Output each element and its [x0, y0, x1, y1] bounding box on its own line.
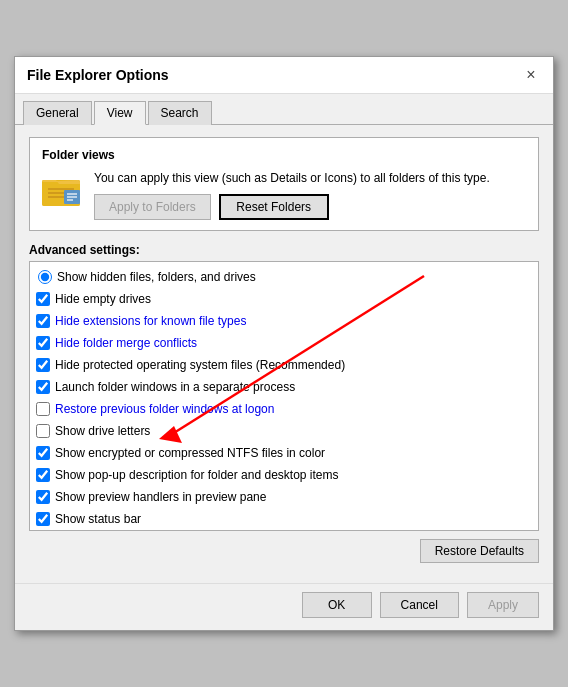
list-item-label: Show encrypted or compressed NTFS files …	[55, 444, 325, 462]
list-item: Hide protected operating system files (R…	[30, 354, 538, 376]
list-item-label: Hide folder merge conflicts	[55, 334, 197, 352]
list-item-label: Hide protected operating system files (R…	[55, 356, 345, 374]
list-item: Hide extensions for known file types	[30, 310, 538, 332]
list-item: Show drive letters	[30, 420, 538, 442]
tab-general[interactable]: General	[23, 101, 92, 125]
tabs-bar: General View Search	[15, 94, 553, 125]
apply-to-folders-button[interactable]: Apply to Folders	[94, 194, 211, 220]
checkbox-input[interactable]	[36, 314, 50, 328]
folder-desc-area: You can apply this view (such as Details…	[94, 170, 526, 221]
checkbox-input[interactable]	[36, 402, 50, 416]
checkbox-input[interactable]	[36, 380, 50, 394]
list-item-label: Show pop-up description for folder and d…	[55, 466, 339, 484]
list-item-label: Show preview handlers in preview pane	[55, 488, 266, 506]
checkbox-input[interactable]	[36, 424, 50, 438]
ok-button[interactable]: OK	[302, 592, 372, 618]
dialog-title: File Explorer Options	[27, 67, 169, 83]
radio-input[interactable]	[38, 270, 52, 284]
list-item: Show status bar	[30, 508, 538, 530]
list-item-label: Show drive letters	[55, 422, 150, 440]
close-button[interactable]: ×	[521, 65, 541, 85]
cancel-button[interactable]: Cancel	[380, 592, 459, 618]
reset-folders-button[interactable]: Reset Folders	[219, 194, 329, 220]
restore-defaults-button[interactable]: Restore Defaults	[420, 539, 539, 563]
folder-icon	[42, 172, 82, 208]
checkbox-input[interactable]	[36, 336, 50, 350]
folder-description: You can apply this view (such as Details…	[94, 170, 526, 187]
arrow-overlay: Show hidden files, folders, and drivesHi…	[29, 261, 539, 531]
title-bar: File Explorer Options ×	[15, 57, 553, 94]
folder-views-inner: You can apply this view (such as Details…	[42, 170, 526, 221]
list-item: Restore previous folder windows at logon	[30, 398, 538, 420]
folder-views-title: Folder views	[42, 148, 526, 162]
checkbox-input[interactable]	[36, 490, 50, 504]
checkbox-input[interactable]	[36, 358, 50, 372]
apply-button[interactable]: Apply	[467, 592, 539, 618]
restore-defaults-row: Restore Defaults	[29, 539, 539, 563]
advanced-settings-label: Advanced settings:	[29, 243, 539, 257]
bottom-buttons: OK Cancel Apply	[15, 583, 553, 630]
list-item: Show preview handlers in preview pane	[30, 486, 538, 508]
list-item-label: Restore previous folder windows at logon	[55, 400, 274, 418]
list-item-label: Launch folder windows in a separate proc…	[55, 378, 295, 396]
checkbox-input[interactable]	[36, 446, 50, 460]
tab-view[interactable]: View	[94, 101, 146, 125]
list-item-label: Hide extensions for known file types	[55, 312, 246, 330]
checkbox-input[interactable]	[36, 468, 50, 482]
checkbox-input[interactable]	[36, 292, 50, 306]
main-content: Folder views	[15, 125, 553, 584]
list-item: Show encrypted or compressed NTFS files …	[30, 442, 538, 464]
list-item: Hide empty drives	[30, 288, 538, 310]
list-item: Launch folder windows in a separate proc…	[30, 376, 538, 398]
advanced-settings-list[interactable]: Show hidden files, folders, and drivesHi…	[29, 261, 539, 531]
list-item: Use check boxes to select items	[30, 530, 538, 531]
list-item-label: Hide empty drives	[55, 290, 151, 308]
list-item: Hide folder merge conflicts	[30, 332, 538, 354]
folder-views-section: Folder views	[29, 137, 539, 232]
file-explorer-options-dialog: File Explorer Options × General View Sea…	[14, 56, 554, 632]
tab-search[interactable]: Search	[148, 101, 212, 125]
checkbox-input[interactable]	[36, 512, 50, 526]
list-item: Show hidden files, folders, and drives	[30, 266, 538, 288]
list-item-label: Show status bar	[55, 510, 141, 528]
folder-buttons: Apply to Folders Reset Folders	[94, 194, 526, 220]
list-item: Show pop-up description for folder and d…	[30, 464, 538, 486]
list-item-label: Show hidden files, folders, and drives	[57, 268, 256, 286]
